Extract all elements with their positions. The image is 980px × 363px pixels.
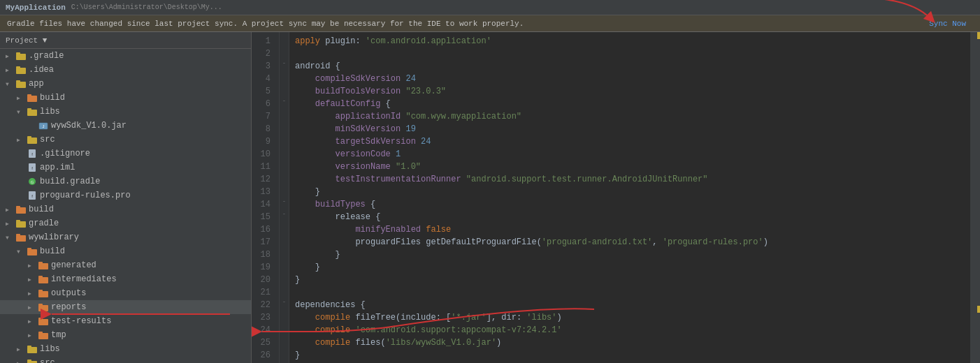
gutter-warning [977, 32, 980, 39]
fold-button[interactable]: - [280, 95, 289, 108]
sidebar-item-app-iml[interactable]: fapp.iml [0, 161, 251, 175]
sidebar-item-reports[interactable]: ▶reports [0, 300, 251, 314]
svg-rect-40 [38, 333, 48, 339]
tree-item-label: libs [40, 107, 60, 117]
fold-button [280, 108, 289, 120]
fold-button[interactable]: - [280, 208, 289, 221]
tree-item-label: .gradle [29, 51, 64, 61]
svg-rect-29 [27, 248, 31, 250]
code-token: 'proguard-rules.pro' [663, 236, 763, 249]
sidebar-item-src[interactable]: ▶src [0, 133, 251, 147]
svg-rect-28 [27, 249, 37, 255]
sidebar-item-src-wyw[interactable]: ▶src [0, 356, 251, 363]
tree-item-label: reports [51, 302, 86, 312]
code-content[interactable]: apply plugin: 'com.android.application'a… [289, 32, 970, 363]
code-line: proguardFiles getDefaultProguardFile('pr… [295, 236, 965, 249]
code-token: versionName [295, 161, 391, 173]
sidebar-item-build-app[interactable]: ▶build [0, 91, 251, 105]
tree-item-icon [27, 107, 38, 117]
svg-rect-3 [16, 66, 20, 68]
sidebar-item-libs[interactable]: ▼libs [0, 105, 251, 119]
tree-item-label: .idea [29, 65, 54, 75]
svg-rect-27 [16, 234, 20, 236]
code-line: testInstrumentationRunner "android.suppo… [295, 173, 965, 186]
code-line: compile files('libs/wywSdk_V1.0.jar') [295, 336, 965, 349]
line-number: 20 [252, 274, 275, 286]
sidebar-item-gradle[interactable]: ▶.gradle [0, 49, 251, 63]
sidebar-item-build-gradle-app[interactable]: Gbuild.gradle [0, 175, 251, 188]
line-number: 1 [252, 35, 275, 47]
svg-rect-39 [38, 318, 43, 320]
code-token: files( [350, 336, 385, 349]
sidebar-item-test-results[interactable]: ▶test-results [0, 314, 251, 328]
svg-rect-33 [38, 276, 43, 278]
svg-text:J: J [43, 124, 45, 128]
code-token: 19 [405, 123, 415, 135]
code-token: { [366, 198, 375, 211]
sidebar-item-generated[interactable]: ▶generated [0, 258, 251, 272]
tree-item-label: outputs [51, 288, 86, 298]
tree-arrow-icon: ▼ [6, 81, 14, 87]
line-number: 10 [252, 148, 275, 161]
tree-item-label: build [40, 246, 65, 256]
line-number: 23 [252, 311, 275, 324]
line-number: 25 [252, 336, 275, 349]
sidebar-item-wywsdk[interactable]: JwywSdk_V1.0.jar [0, 119, 251, 133]
tree-arrow-icon: ▼ [17, 249, 25, 255]
fold-button [280, 233, 289, 246]
sidebar-item-proguard[interactable]: fproguard-rules.pro [0, 188, 251, 202]
sync-now-button[interactable]: Sync Now [929, 20, 966, 28]
sidebar-item-build-wyw[interactable]: ▼build [0, 244, 251, 258]
code-token [401, 85, 405, 98]
line-numbers: 1234567891011121314151617181920212223242… [252, 32, 280, 363]
tree-item-label: test-results [51, 316, 111, 326]
fold-button[interactable]: - [280, 296, 289, 309]
sidebar-item-gradle-root[interactable]: ▶gradle [0, 216, 251, 230]
fold-button [280, 183, 289, 195]
sidebar-item-wywlibrary[interactable]: ▼wywlibrary [0, 230, 251, 244]
sidebar-item-tmp[interactable]: ▶tmp [0, 328, 251, 342]
sidebar[interactable]: Project ▼ ▶.gradle▶.idea▼app▶build▼libsJ… [0, 32, 252, 363]
code-token: 24 [421, 135, 431, 148]
code-token: release { [295, 211, 380, 223]
fold-button [280, 246, 289, 258]
code-token: ) [763, 236, 768, 249]
sidebar-item-build-root[interactable]: ▶build [0, 202, 251, 216]
tree-item-icon [15, 79, 27, 89]
tree-arrow-icon: ▼ [6, 235, 14, 241]
code-line: apply plugin: 'com.android.application' [295, 35, 965, 47]
code-line: } [295, 349, 965, 362]
fold-button[interactable]: - [280, 57, 289, 70]
code-token: false [426, 223, 451, 236]
tree-item-label: wywlibrary [29, 232, 79, 242]
tree-item-label: build.gradle [40, 177, 100, 186]
code-token: targetSdkVersion [295, 135, 416, 148]
sidebar-item-libs-wyw[interactable]: ▶libs [0, 342, 251, 356]
tree-item-icon [38, 274, 49, 284]
fold-button [280, 359, 289, 363]
code-token: 'proguard-android.txt' [542, 236, 652, 249]
svg-rect-32 [38, 277, 48, 283]
fold-button[interactable]: - [280, 195, 289, 208]
code-token: } [295, 186, 320, 198]
code-token: plugin: [320, 35, 366, 47]
line-number: 9 [252, 135, 275, 148]
code-token: "android.support.test.runner.AndroidJUni… [466, 173, 708, 186]
sidebar-item-app[interactable]: ▼app [0, 77, 251, 91]
code-token: compile [315, 324, 350, 336]
tree-item-label: build [40, 93, 65, 103]
fold-button [280, 309, 289, 321]
svg-rect-30 [38, 263, 48, 269]
sidebar-item-intermediates[interactable]: ▶intermediates [0, 272, 251, 286]
line-number: 18 [252, 249, 275, 261]
sidebar-item-idea[interactable]: ▶.idea [0, 63, 251, 77]
sidebar-item-outputs[interactable]: ▶outputs [0, 286, 251, 300]
notification-bar: Gradle files have changed since last pro… [0, 15, 980, 32]
code-line: dependencies { [295, 299, 965, 311]
tree-arrow-icon: ▼ [17, 109, 25, 115]
code-line: } [295, 186, 965, 198]
tree-item-label: app [29, 79, 44, 89]
code-token: , [652, 236, 662, 249]
code-line: applicationId "com.wyw.myapplication" [295, 110, 965, 123]
sidebar-item-gitignore-app[interactable]: f.gitignore [0, 147, 251, 161]
